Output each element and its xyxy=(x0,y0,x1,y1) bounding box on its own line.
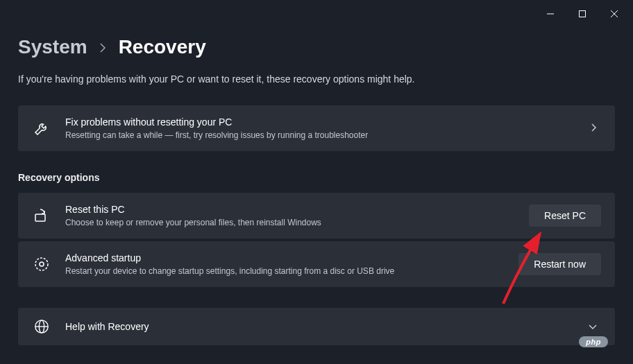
reset-pc-subtitle: Choose to keep or remove your personal f… xyxy=(65,218,515,227)
help-recovery-card[interactable]: Help with Recovery xyxy=(18,308,615,345)
titlebar xyxy=(0,0,633,28)
page-title: Recovery xyxy=(119,36,206,58)
svg-point-5 xyxy=(35,258,48,270)
advanced-startup-icon xyxy=(32,256,51,272)
php-watermark-badge: php xyxy=(579,336,608,347)
breadcrumb: System Recovery xyxy=(18,36,615,58)
globe-icon xyxy=(32,319,51,334)
close-button[interactable] xyxy=(598,3,630,25)
svg-point-6 xyxy=(40,262,44,266)
reset-pc-card: Reset this PC Choose to keep or remove y… xyxy=(18,193,615,239)
svg-rect-4 xyxy=(35,214,45,221)
advanced-startup-subtitle: Restart your device to change startup se… xyxy=(65,266,505,276)
recovery-options-header: Recovery options xyxy=(18,172,615,183)
help-recovery-title: Help with Recovery xyxy=(65,321,571,332)
advanced-startup-title: Advanced startup xyxy=(65,252,505,263)
reset-pc-title: Reset this PC xyxy=(65,204,515,215)
minimize-button[interactable] xyxy=(534,3,566,25)
wrench-icon xyxy=(32,120,51,137)
reset-icon xyxy=(32,207,51,224)
intro-text: If you're having problems with your PC o… xyxy=(18,73,615,85)
chevron-right-icon xyxy=(587,123,601,134)
page-content: System Recovery If you're having problem… xyxy=(0,28,633,345)
breadcrumb-parent[interactable]: System xyxy=(18,36,87,58)
advanced-startup-card: Advanced startup Restart your device to … xyxy=(18,241,615,287)
chevron-down-icon xyxy=(584,321,601,332)
fix-problems-title: Fix problems without resetting your PC xyxy=(65,116,573,128)
restart-now-button[interactable]: Restart now xyxy=(518,253,601,275)
svg-rect-1 xyxy=(580,11,586,17)
maximize-button[interactable] xyxy=(566,3,598,25)
fix-problems-card[interactable]: Fix problems without resetting your PC R… xyxy=(18,105,615,151)
fix-problems-subtitle: Resetting can take a while — first, try … xyxy=(65,130,573,140)
chevron-right-icon xyxy=(100,39,106,56)
reset-pc-button[interactable]: Reset PC xyxy=(529,205,601,227)
